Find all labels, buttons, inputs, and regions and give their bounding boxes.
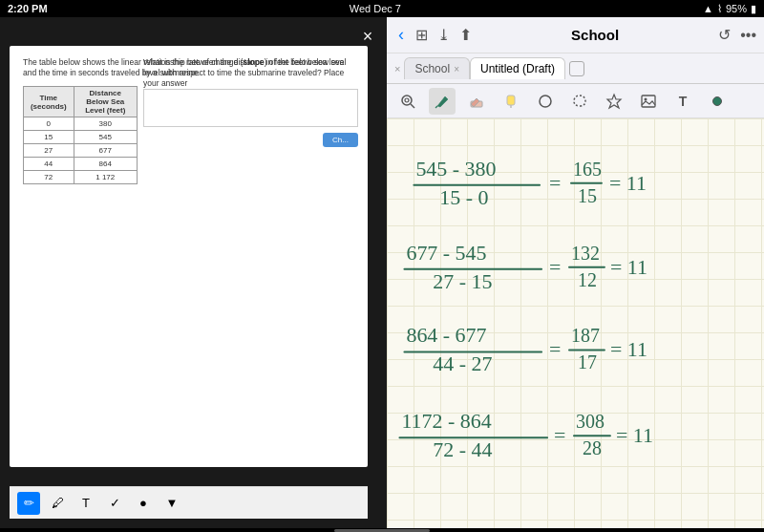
grid-icon[interactable]: ⊞ (415, 26, 428, 44)
table-row: 44864 (24, 158, 138, 171)
svg-text:28: 28 (583, 437, 602, 458)
text-insert-tool[interactable]: T (669, 88, 696, 115)
home-indicator (334, 529, 430, 532)
svg-text:12: 12 (578, 269, 597, 290)
right-panel-title: School (479, 27, 711, 43)
signal-icon: ▲ (703, 3, 713, 14)
tab-school-label: School (414, 62, 450, 75)
pen-draw-tool[interactable] (429, 88, 456, 115)
wifi-icon: ⌇ (717, 3, 722, 15)
topbar-right-icons: ↺ ••• (718, 26, 756, 44)
drawing-toolbar-left: ✏ 🖊 T ✓ ● ▼ (10, 486, 368, 519)
home-bar (0, 528, 764, 532)
lasso-tool[interactable] (566, 88, 593, 115)
table-row: 721 172 (24, 171, 138, 184)
svg-point-0 (402, 96, 412, 105)
svg-text:72 - 44: 72 - 44 (433, 437, 492, 461)
table-row: 27677 (24, 144, 138, 158)
svg-text:187: 187 (571, 325, 600, 346)
svg-text:1172 - 864: 1172 - 864 (401, 409, 491, 433)
pencil-tool[interactable]: ✏ (17, 492, 40, 515)
math-content: 545 - 380 15 - 0 = 165 15 = 11 (387, 118, 764, 528)
svg-text:=: = (549, 255, 561, 279)
svg-text:15: 15 (578, 185, 597, 206)
svg-text:27 - 15: 27 - 15 (433, 269, 492, 293)
topbar-icons: ⊞ ⤓ ⬆ (415, 26, 472, 44)
battery-icon: ▮ (751, 3, 756, 15)
worksheet-table: Time (seconds) Distance Below Sea Level … (23, 86, 138, 184)
svg-text:= 11: = 11 (616, 423, 653, 447)
status-date-area: Wed Dec 7 (350, 3, 401, 14)
note-canvas[interactable]: 545 - 380 15 - 0 = 165 15 = 11 (387, 118, 764, 528)
worksheet-content: The table below shows the linear relatio… (10, 46, 368, 203)
svg-point-10 (645, 97, 647, 100)
undo-icon[interactable]: ↺ (718, 26, 731, 44)
svg-text:= 11: = 11 (610, 255, 647, 279)
tab-school-close[interactable]: × (454, 64, 459, 74)
svg-text:165: 165 (573, 159, 602, 180)
shapes-tool[interactable] (532, 88, 559, 115)
status-indicators: ▲ ⌇ 95% ▮ (703, 3, 756, 15)
add-tab-button[interactable] (569, 61, 584, 76)
status-bar: 2:20 PM Wed Dec 7 ▲ ⌇ 95% ▮ (0, 0, 764, 17)
svg-text:=: = (549, 337, 561, 361)
more-options-icon[interactable]: ••• (740, 27, 756, 44)
table-header-distance: Distance Below Sea Level (feet) (74, 87, 137, 117)
answer-box[interactable] (143, 89, 358, 127)
svg-line-2 (411, 104, 414, 108)
svg-point-1 (405, 98, 409, 102)
drawing-toolbar-right: T (387, 84, 764, 118)
stamp-tool[interactable] (601, 88, 627, 115)
table-row: 0380 (24, 117, 138, 131)
tab-bar: × School × Untitled (Draft) (387, 53, 764, 84)
text-tool[interactable]: T (74, 492, 97, 515)
svg-text:44 - 27: 44 - 27 (433, 351, 492, 375)
svg-text:545 - 380: 545 - 380 (415, 157, 496, 181)
svg-marker-8 (607, 95, 621, 108)
color-tool[interactable]: ● (132, 492, 155, 515)
highlighter-tool[interactable] (498, 88, 524, 115)
svg-text:= 11: = 11 (609, 171, 647, 195)
svg-text:= 11: = 11 (610, 337, 647, 361)
right-topbar: ‹ ⊞ ⤓ ⬆ School ↺ ••• (387, 17, 764, 53)
left-panel: × The table below shows the linear relat… (0, 17, 387, 528)
check-tool[interactable]: ✓ (103, 492, 126, 515)
color-picker[interactable] (704, 88, 731, 115)
more-tool[interactable]: ▼ (160, 492, 183, 515)
svg-text:15 - 0: 15 - 0 (439, 185, 488, 209)
tab-draft-label: Untitled (Draft) (480, 62, 555, 75)
svg-text:=: = (554, 423, 565, 447)
svg-text:308: 308 (576, 411, 605, 432)
camera-search-tool[interactable] (394, 88, 421, 115)
check-button[interactable]: Ch... (323, 133, 358, 147)
svg-rect-5 (507, 96, 515, 105)
back-button[interactable]: ‹ (394, 25, 408, 45)
status-time: 2:20 PM (8, 3, 48, 14)
image-insert-tool[interactable] (635, 88, 662, 115)
table-header-time: Time (seconds) (24, 87, 74, 117)
table-row: 15545 (24, 131, 138, 144)
worksheet-container: The table below shows the linear relatio… (10, 46, 368, 467)
eraser-tool[interactable] (463, 88, 490, 115)
download-icon[interactable]: ⤓ (437, 26, 450, 44)
svg-text:677 - 545: 677 - 545 (406, 241, 486, 265)
pen-tool[interactable]: 🖊 (46, 492, 69, 515)
svg-text:=: = (549, 171, 561, 195)
status-date: Wed Dec 7 (350, 3, 401, 14)
svg-line-3 (435, 106, 437, 108)
svg-text:17: 17 (578, 351, 597, 372)
main-area: × The table below shows the linear relat… (0, 17, 764, 528)
worksheet-question: What is the rate of change (slope) of th… (143, 57, 358, 147)
tab-school[interactable]: School × (404, 57, 470, 79)
svg-text:132: 132 (571, 243, 600, 264)
color-swatch (712, 96, 722, 106)
right-panel: ‹ ⊞ ⤓ ⬆ School ↺ ••• × School × Untitled… (387, 17, 764, 528)
battery-text: 95% (726, 3, 747, 14)
svg-text:864 - 677: 864 - 677 (406, 323, 486, 347)
tab-area-close[interactable]: × (391, 63, 404, 74)
svg-rect-9 (642, 96, 655, 107)
svg-point-7 (540, 96, 551, 107)
share-icon[interactable]: ⬆ (459, 26, 472, 44)
close-button[interactable]: × (356, 25, 379, 48)
tab-draft[interactable]: Untitled (Draft) (470, 57, 565, 79)
